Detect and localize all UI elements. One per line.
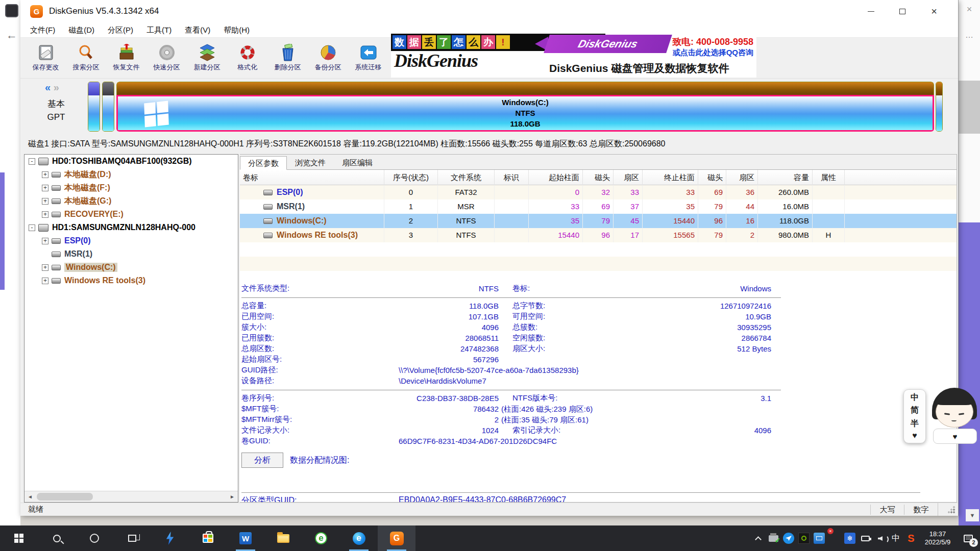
tree-item-windows-re[interactable]: +Windows RE tools(3) [24, 274, 238, 287]
expander-icon[interactable]: + [42, 171, 48, 178]
tray-sogou[interactable]: S [903, 525, 919, 551]
tree-item-local-d[interactable]: +本地磁盘(D:) [24, 168, 238, 181]
col-start-sector[interactable]: 扇区 [614, 170, 643, 185]
tray-volume[interactable] [873, 525, 888, 551]
ime-lang-indicator[interactable]: 中 [911, 392, 919, 403]
taskbar-clock[interactable]: 18:37 2022/5/9 [919, 530, 957, 546]
partition-block-re-tools[interactable] [936, 82, 943, 132]
scroll-right-arrow-icon[interactable]: ► [227, 491, 238, 502]
tree-item-local-g[interactable]: +本地磁盘(G:) [24, 194, 238, 208]
next-disk-arrow-icon[interactable]: » [54, 82, 59, 93]
back-arrow-icon[interactable]: ← [6, 29, 17, 42]
scrollbar-thumb[interactable] [37, 493, 93, 500]
maximize-button[interactable] [887, 0, 918, 22]
ime-halfwidth-indicator[interactable]: 半 [911, 418, 919, 429]
col-capacity[interactable]: 容量 [758, 170, 813, 185]
tree-item-esp[interactable]: +ESP(0) [24, 234, 238, 247]
expander-icon[interactable]: + [42, 278, 48, 284]
dropdown-arrow-icon[interactable]: ▼ [966, 509, 979, 521]
ime-status-pill[interactable]: 中 简 半 ♥ [903, 389, 926, 443]
table-row-windows-c-selected[interactable]: Windows(C:) 2 NTFS 35 79 45 15440 96 16 … [240, 214, 957, 228]
tray-security[interactable]: × [827, 525, 842, 551]
system-migration-button[interactable]: 系统迁移 [348, 38, 388, 78]
menu-disk[interactable]: 磁盘(D) [62, 22, 101, 38]
heart-icon[interactable]: ♥ [912, 431, 917, 440]
taskbar-file-explorer[interactable] [264, 525, 302, 551]
partition-block-windows-c[interactable]: Windows(C:) NTFS 118.0GB [116, 82, 934, 132]
ime-simplified-indicator[interactable]: 简 [911, 405, 919, 416]
col-filesystem[interactable]: 文件系统 [438, 170, 495, 185]
taskbar-edge-app[interactable]: e [340, 525, 378, 551]
menu-partition[interactable]: 分区(P) [101, 22, 140, 38]
tab-sector-edit[interactable]: 扇区编辑 [334, 156, 381, 169]
tab-browse-files[interactable]: 浏览文件 [287, 156, 334, 169]
analyze-button[interactable]: 分析 [241, 453, 283, 468]
prev-disk-arrow-icon[interactable]: « [45, 82, 51, 93]
resize-grip[interactable] [938, 503, 958, 516]
quick-partition-button[interactable]: 快速分区 [146, 38, 187, 78]
search-partition-button[interactable]: 搜索分区 [66, 38, 106, 78]
titlebar[interactable]: G DiskGenius V5.4.3.1342 x64 × [20, 0, 958, 22]
background-app-icon[interactable] [5, 4, 18, 17]
menu-help[interactable]: 帮助(H) [217, 22, 256, 38]
expander-icon[interactable]: + [42, 198, 48, 205]
tree-item-hd0[interactable]: -HD0:TOSHIBAMQ04ABF100(932GB) [24, 155, 238, 168]
tray-power[interactable] [857, 525, 873, 551]
taskbar-store-app[interactable] [189, 525, 227, 551]
expander-icon[interactable]: - [29, 158, 35, 165]
new-partition-button[interactable]: 新建分区 [187, 38, 227, 78]
taskbar-thunder-app[interactable] [151, 525, 189, 551]
tree-item-msr[interactable]: MSR(1) [24, 247, 238, 261]
ad-banner[interactable]: 数 据 丢 了 怎 么 办 ! DiskGenius DiskGenius 致电… [391, 34, 756, 78]
expander-icon[interactable]: - [29, 224, 35, 231]
col-end-sector[interactable]: 扇区 [726, 170, 758, 185]
expander-icon[interactable]: + [42, 238, 48, 244]
col-end-head[interactable]: 磁头 [698, 170, 726, 185]
background-more-icon[interactable]: … [959, 31, 980, 40]
close-button[interactable]: × [918, 0, 950, 22]
taskbar-diskgenius-app[interactable]: G [378, 525, 415, 551]
col-flag[interactable]: 标识 [495, 170, 529, 185]
format-button[interactable]: 格式化 [227, 38, 267, 78]
ad-qq-link[interactable]: 或点击此处选择QQ咨询 [673, 48, 753, 58]
notification-center-button[interactable]: 2 [957, 525, 980, 551]
col-end-cyl[interactable]: 终止柱面 [643, 170, 698, 185]
expander-icon[interactable]: + [42, 185, 48, 191]
expander-icon[interactable]: + [42, 264, 48, 271]
table-row-msr[interactable]: MSR(1) 1 MSR 33 69 37 35 79 44 16.0MB [240, 199, 957, 214]
tree-horizontal-scrollbar[interactable]: ◄ ► [24, 491, 238, 502]
backup-partition-button[interactable]: 备份分区 [308, 38, 348, 78]
taskbar-search-button[interactable] [38, 525, 76, 551]
expander-icon[interactable]: + [42, 211, 48, 218]
delete-partition-button[interactable]: 删除分区 [267, 38, 308, 78]
partition-block-msr[interactable] [102, 82, 114, 132]
minimize-button[interactable] [855, 0, 887, 22]
start-button[interactable] [0, 525, 38, 551]
col-start-head[interactable]: 磁头 [583, 170, 614, 185]
taskbar-word-app[interactable]: W [227, 525, 264, 551]
tree-item-hd1[interactable]: -HD1:SAMSUNGMZNLN128HAHQ-000 [24, 221, 238, 234]
table-row-esp[interactable]: ESP(0) 0 FAT32 0 32 33 33 69 36 260.0MB [240, 185, 957, 199]
tray-messenger[interactable] [781, 525, 796, 551]
menu-tools[interactable]: 工具(T) [140, 22, 178, 38]
menu-file[interactable]: 文件(F) [23, 22, 62, 38]
menu-view[interactable]: 查看(V) [178, 22, 217, 38]
col-start-cyl[interactable]: 起始柱面 [529, 170, 583, 185]
tray-intel-graphics[interactable] [812, 525, 827, 551]
background-close-icon[interactable]: × [959, 4, 980, 15]
col-attr[interactable]: 属性 [813, 170, 845, 185]
col-volume[interactable]: 卷标 [240, 170, 384, 185]
tree-item-windows-c[interactable]: +Windows(C:) [24, 261, 238, 274]
tree-item-recovery-e[interactable]: +RECOVERY(E:) [24, 208, 238, 221]
tab-partition-params[interactable]: 分区参数 [240, 156, 287, 170]
tray-ime-mode[interactable]: 中 [888, 525, 903, 551]
table-row-windows-re[interactable]: Windows RE tools(3) 3 NTFS 15440 96 17 1… [240, 228, 957, 242]
partition-block-esp[interactable] [88, 82, 100, 132]
taskbar-browser-app[interactable]: e [302, 525, 340, 551]
save-changes-button[interactable]: 保存更改 [26, 38, 66, 78]
tray-printer[interactable]: ✓ [766, 525, 781, 551]
task-view-button[interactable] [113, 525, 151, 551]
cortana-button[interactable] [76, 525, 113, 551]
tree-item-local-f[interactable]: +本地磁盘(F:) [24, 181, 238, 194]
scroll-left-arrow-icon[interactable]: ◄ [24, 491, 36, 502]
